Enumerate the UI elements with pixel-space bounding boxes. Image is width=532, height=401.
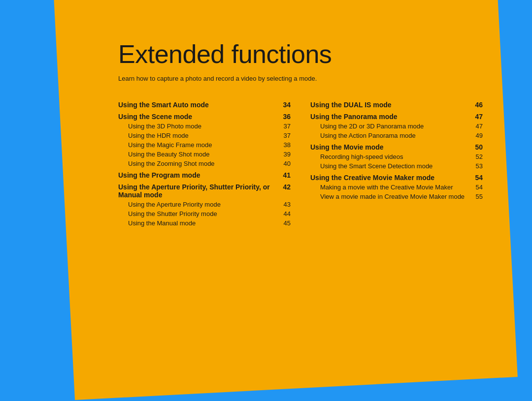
toc-entry: Using the Action Panorama mode49 xyxy=(310,132,483,139)
toc-label: Using the DUAL IS mode xyxy=(310,101,468,109)
toc-page-number: 43 xyxy=(276,201,291,208)
page-subtitle: Learn how to capture a photo and record … xyxy=(118,75,483,82)
toc-entry: Using the Creative Movie Maker mode54 xyxy=(310,174,483,182)
toc-page-number: 46 xyxy=(468,101,483,109)
toc-label: Using the Smart Scene Detection mode xyxy=(320,162,468,170)
toc-label: Using the Program mode xyxy=(118,171,276,179)
toc-page-number: 45 xyxy=(276,219,291,227)
content-area: Extended functions Learn how to capture … xyxy=(118,39,483,229)
page-title: Extended functions xyxy=(118,39,483,69)
toc-label: Using the Scene mode xyxy=(118,113,276,121)
toc-entry: Using the Shutter Priority mode44 xyxy=(118,210,291,217)
toc-left-column: Using the Smart Auto mode34Using the Sce… xyxy=(118,97,291,229)
toc-entry: Recording high-speed videos52 xyxy=(310,153,483,160)
toc-page-number: 49 xyxy=(468,132,483,139)
toc-label: Using the Beauty Shot mode xyxy=(128,151,276,158)
toc-entry: Using the Manual mode45 xyxy=(118,219,291,227)
toc-label: Using the Panorama mode xyxy=(310,113,468,121)
toc-label: Using the Aperture Priority mode xyxy=(128,201,276,208)
toc-page-number: 47 xyxy=(468,113,483,121)
toc-label: Using the Action Panorama mode xyxy=(320,132,468,139)
toc-page-number: 55 xyxy=(468,193,483,200)
toc-page-number: 34 xyxy=(276,101,291,109)
toc-label: View a movie made in Creative Movie Make… xyxy=(320,193,468,200)
toc-container: Using the Smart Auto mode34Using the Sce… xyxy=(118,97,483,229)
toc-entry: Using the HDR mode37 xyxy=(118,132,291,139)
toc-label: Using the Aperture Priority, Shutter Pri… xyxy=(118,183,276,199)
toc-entry: Using the 3D Photo mode37 xyxy=(118,123,291,130)
toc-entry: Using the Scene mode36 xyxy=(118,113,291,121)
toc-entry: Using the Beauty Shot mode39 xyxy=(118,151,291,158)
toc-label: Using the Movie mode xyxy=(310,143,468,151)
toc-entry: Making a movie with the Creative Movie M… xyxy=(310,184,483,191)
toc-page-number: 54 xyxy=(468,184,483,191)
toc-entry: Using the Aperture Priority, Shutter Pri… xyxy=(118,183,291,199)
toc-page-number: 40 xyxy=(276,160,291,167)
toc-page-number: 53 xyxy=(468,162,483,170)
toc-label: Using the Manual mode xyxy=(128,219,276,227)
toc-page-number: 36 xyxy=(276,113,291,121)
toc-entry: Using the DUAL IS mode46 xyxy=(310,101,483,109)
toc-label: Making a movie with the Creative Movie M… xyxy=(320,184,468,191)
toc-label: Using the Magic Frame mode xyxy=(128,141,276,149)
toc-entry: Using the Program mode41 xyxy=(118,171,291,179)
toc-page-number: 54 xyxy=(468,174,483,182)
toc-page-number: 50 xyxy=(468,143,483,151)
toc-page-number: 39 xyxy=(276,151,291,158)
toc-entry: Using the Smart Auto mode34 xyxy=(118,101,291,109)
toc-label: Using the HDR mode xyxy=(128,132,276,139)
toc-label: Using the 3D Photo mode xyxy=(128,123,276,130)
toc-entry: Using the Smart Scene Detection mode53 xyxy=(310,162,483,170)
toc-entry: Using the Panorama mode47 xyxy=(310,113,483,121)
toc-entry: Using the Zooming Shot mode40 xyxy=(118,160,291,167)
toc-label: Using the Shutter Priority mode xyxy=(128,210,276,217)
toc-entry: Using the 2D or 3D Panorama mode47 xyxy=(310,123,483,130)
toc-right-column: Using the DUAL IS mode46Using the Panora… xyxy=(310,97,483,229)
toc-page-number: 47 xyxy=(468,123,483,130)
toc-page-number: 41 xyxy=(276,171,291,179)
toc-entry: View a movie made in Creative Movie Make… xyxy=(310,193,483,200)
toc-page-number: 52 xyxy=(468,153,483,160)
toc-label: Using the Creative Movie Maker mode xyxy=(310,174,468,182)
toc-entry: Using the Aperture Priority mode43 xyxy=(118,201,291,208)
toc-entry: Using the Movie mode50 xyxy=(310,143,483,151)
toc-page-number: 42 xyxy=(276,183,291,191)
toc-entry: Using the Magic Frame mode38 xyxy=(118,141,291,149)
toc-page-number: 38 xyxy=(276,141,291,149)
toc-label: Using the Smart Auto mode xyxy=(118,101,276,109)
toc-page-number: 37 xyxy=(276,123,291,130)
toc-label: Using the 2D or 3D Panorama mode xyxy=(320,123,468,130)
toc-label: Recording high-speed videos xyxy=(320,153,468,160)
toc-page-number: 44 xyxy=(276,210,291,217)
toc-page-number: 37 xyxy=(276,132,291,139)
toc-label: Using the Zooming Shot mode xyxy=(128,160,276,167)
